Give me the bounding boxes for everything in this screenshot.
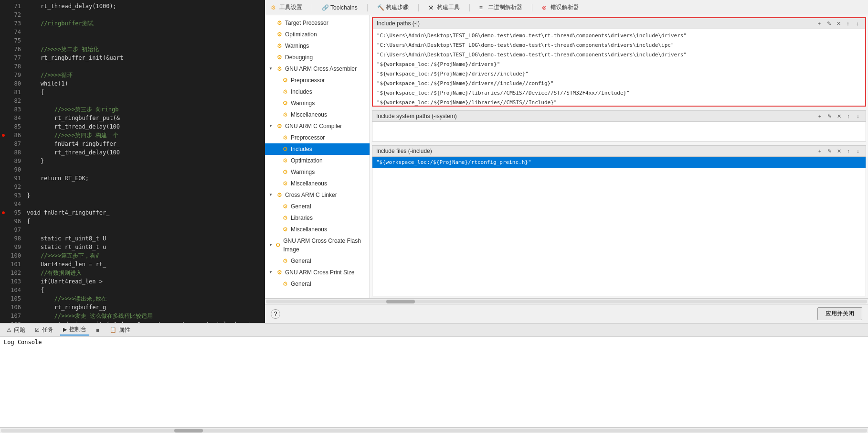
include-paths-title: Include paths (-I) <box>377 20 420 27</box>
scroll-thumb[interactable] <box>386 300 415 303</box>
tree-arrow-expanded: ▼ <box>269 122 275 130</box>
tree-item-label: Includes <box>291 145 312 153</box>
tree-item-print-general[interactable]: ⚙General <box>265 278 370 290</box>
line-content: rt_thread_delay(100 <box>25 122 265 131</box>
settings-content: ⚙Target Processor⚙Optimization⚙Warnings⚙… <box>265 15 868 298</box>
settings-panel: ⚙ 工具设置 🔗 Toolchains 🔨 构建步骤 ⚒ 构建工具 <box>265 0 868 323</box>
line-number: 107 <box>7 312 25 320</box>
path-item[interactable]: "${workspace_loc:/${ProjName}/libraries/… <box>375 88 863 98</box>
include-system-up-icon[interactable]: ↑ <box>845 112 852 120</box>
tree-item-compiler-preprocessor[interactable]: ⚙Preprocessor <box>265 132 370 143</box>
tree-item-label: Miscellaneous <box>291 225 327 234</box>
include-system-empty <box>372 122 866 141</box>
tree-item-gnu-arm-cross-assembler[interactable]: ▼⚙GNU ARM Cross Assembler <box>265 63 370 75</box>
include-paths-down-icon[interactable]: ↓ <box>854 20 861 27</box>
bottom-tab-progress[interactable]: ≡ <box>93 326 103 335</box>
tree-item-optimization[interactable]: ⚙Optimization <box>265 29 370 40</box>
path-item[interactable]: "C:\Users\Admin\Desktop\TEST_LOG\demo-te… <box>375 50 863 60</box>
path-item[interactable]: "${workspace_loc:/${ProjName}/drivers//i… <box>375 79 863 88</box>
tab-build-tools[interactable]: ⚒ 构建工具 <box>426 2 462 12</box>
h-scrollbar[interactable] <box>265 298 868 304</box>
path-item[interactable]: "C:\Users\Admin\Desktop\TEST_LOG\demo-te… <box>375 41 863 50</box>
tab-toolchains[interactable]: 🔗 Toolchains <box>320 3 360 12</box>
include-paths-up-icon[interactable]: ↑ <box>844 20 852 27</box>
include-files-up-icon[interactable]: ↑ <box>845 147 852 155</box>
include-files-edit-icon[interactable]: ✎ <box>826 147 833 155</box>
include-system-add-icon[interactable]: + <box>816 112 824 120</box>
line-marker: ● <box>0 208 7 217</box>
line-number: 100 <box>7 251 25 260</box>
bottom-tab-problems[interactable]: ⚠ 问题 <box>4 325 28 335</box>
tab-binary[interactable]: ≡ 二进制解析器 <box>477 2 524 12</box>
include-files-add-icon[interactable]: + <box>816 147 824 155</box>
line-number: 78 <box>7 62 25 71</box>
tree-item-compiler-optimization[interactable]: ⚙Optimization <box>265 155 370 166</box>
line-marker <box>0 88 7 97</box>
include-paths-edit-icon[interactable]: ✎ <box>825 20 833 27</box>
tree-item-gnu-arm-cross-print-size[interactable]: ▼⚙GNU ARM Cross Print Size <box>265 267 370 278</box>
bottom-scroll-track <box>1 429 867 433</box>
include-files-section: Include files (-include) + ✎ ✕ ↑ ↓ "${wo… <box>372 145 866 296</box>
path-item[interactable]: "${workspace_loc:/${ProjName}/libraries/… <box>375 98 863 106</box>
include-system-down-icon[interactable]: ↓ <box>854 112 862 120</box>
help-label: ? <box>274 311 277 317</box>
tree-item-warnings[interactable]: ⚙Warnings <box>265 40 370 52</box>
code-line: 77 rt_ringbuffer_init(&uart <box>0 54 265 62</box>
line-marker <box>0 114 7 122</box>
tree-node-icon: ⚙ <box>281 134 289 141</box>
bottom-tab-tasks[interactable]: ☑ 任务 <box>32 325 56 335</box>
tab-tools[interactable]: ⚙ 工具设置 <box>269 2 304 12</box>
line-marker <box>0 79 7 88</box>
code-line: 72 <box>0 11 265 19</box>
tree-item-target-processor[interactable]: ⚙Target Processor <box>265 17 370 29</box>
include-paths-section: Include paths (-I) + ✎ ✕ ↑ ↓ "C:\Users\A… <box>372 17 866 107</box>
code-line: 106 rt_ringbuffer_g <box>0 303 265 312</box>
tab-build-steps[interactable]: 🔨 构建步骤 <box>375 2 411 12</box>
tree-item-compiler-miscellaneous[interactable]: ⚙Miscellaneous <box>265 178 370 189</box>
include-paths-delete-icon[interactable]: ✕ <box>835 20 842 27</box>
tree-item-gnu-arm-c-compiler[interactable]: ▼⚙GNU ARM C Compiler <box>265 120 370 132</box>
line-content <box>25 183 265 191</box>
tree-item-label: GNU ARM Cross Print Size <box>285 268 354 277</box>
tree-item-linker-general[interactable]: ⚙General <box>265 201 370 212</box>
line-content: //>>>>发走 这么做在多线程比较适用 <box>25 312 265 320</box>
tree-item-assembler-warnings[interactable]: ⚙Warnings <box>265 97 370 109</box>
tree-node-icon: ⚙ <box>275 122 283 130</box>
separator-1 <box>312 4 312 11</box>
help-button[interactable]: ? <box>271 309 280 319</box>
file-item[interactable]: "${workspace_loc:/${ProjName}/rtconfig_p… <box>372 157 866 168</box>
bottom-scroll-thumb[interactable] <box>174 429 203 433</box>
bottom-tab-console[interactable]: ▶ 控制台 <box>60 325 89 336</box>
include-paths-add-icon[interactable]: + <box>815 20 823 27</box>
include-files-down-icon[interactable]: ↓ <box>854 147 862 155</box>
tree-item-debugging[interactable]: ⚙Debugging <box>265 52 370 63</box>
path-item[interactable]: "${workspace_loc:/${ProjName}/drivers//i… <box>375 69 863 79</box>
code-line: 83 //>>>>第三步 向ringb <box>0 105 265 114</box>
bottom-tab-properties[interactable]: 📋 属性 <box>107 325 133 335</box>
apply-close-button[interactable]: 应用并关闭 <box>817 307 862 320</box>
tree-item-gnu-arm-cross-create-flash[interactable]: ▼⚙GNU ARM Cross Create Flash Image <box>265 235 370 255</box>
path-item[interactable]: "C:\Users\Admin\Desktop\TEST_LOG\demo-te… <box>375 31 863 41</box>
bottom-tab-icon-tasks: ☑ <box>35 327 41 333</box>
tree-item-assembler-includes[interactable]: ⚙Includes <box>265 86 370 97</box>
line-number: 85 <box>7 122 25 131</box>
bottom-h-scrollbar[interactable] <box>0 427 868 433</box>
code-line: 98 static rt_uint8_t U <box>0 234 265 243</box>
right-panel: Include paths (-I) + ✎ ✕ ↑ ↓ "C:\Users\A… <box>370 15 868 298</box>
include-system-delete-icon[interactable]: ✕ <box>835 112 843 120</box>
tree-item-linker-libraries[interactable]: ⚙Libraries <box>265 212 370 224</box>
tab-error[interactable]: ⊗ 错误解析器 <box>540 2 581 12</box>
tree-item-flash-general[interactable]: ⚙General <box>265 255 370 267</box>
tree-item-compiler-warnings[interactable]: ⚙Warnings <box>265 166 370 178</box>
tree-item-linker-miscellaneous[interactable]: ⚙Miscellaneous <box>265 224 370 235</box>
code-line: 101 Uart4read_len = rt_ <box>0 260 265 269</box>
include-files-delete-icon[interactable]: ✕ <box>835 147 843 155</box>
line-number: 80 <box>7 79 25 88</box>
tree-item-cross-arm-c-linker[interactable]: ▼⚙Cross ARM C Linker <box>265 189 370 201</box>
tree-item-compiler-includes[interactable]: ⚙Includes <box>265 143 370 155</box>
tree-item-assembler-preprocessor[interactable]: ⚙Preprocessor <box>265 75 370 86</box>
tree-item-label: Optimization <box>291 156 323 165</box>
path-item[interactable]: "${workspace_loc:/${ProjName}/drivers}" <box>375 60 863 69</box>
include-system-edit-icon[interactable]: ✎ <box>826 112 833 120</box>
tree-item-assembler-miscellaneous[interactable]: ⚙Miscellaneous <box>265 109 370 120</box>
